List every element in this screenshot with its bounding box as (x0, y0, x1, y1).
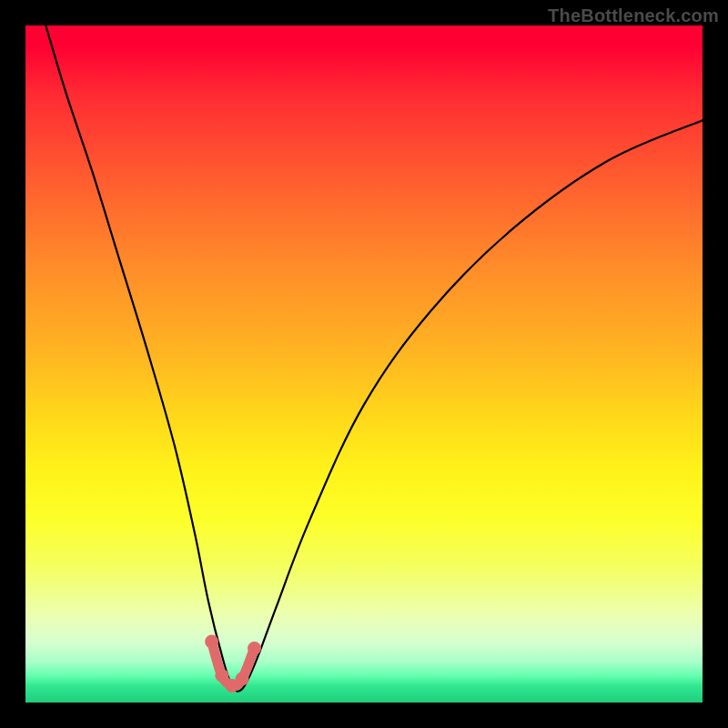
plot-area (25, 25, 703, 703)
chart-frame: TheBottleneck.com (0, 0, 728, 728)
watermark-text: TheBottleneck.com (548, 5, 719, 26)
salmon-dot (205, 635, 218, 649)
salmon-dot (215, 669, 228, 682)
salmon-dot (248, 642, 261, 655)
bottleneck-curve (46, 25, 703, 692)
curve-layer (25, 25, 703, 703)
salmon-dot (236, 672, 249, 686)
